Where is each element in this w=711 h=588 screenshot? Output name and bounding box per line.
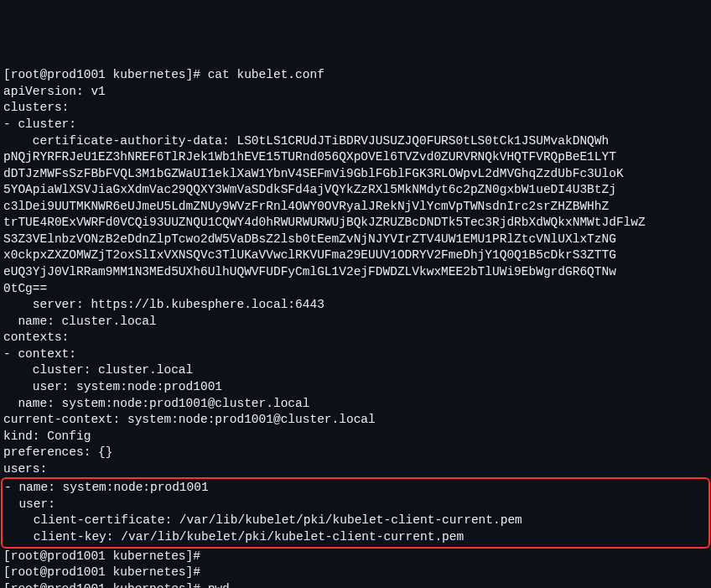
- prompt-empty: [root@prod1001 kubernetes]#: [3, 549, 200, 563]
- yaml-apiversion: apiVersion: v1: [3, 85, 106, 98]
- prompt-command-cat: [root@prod1001 kubernetes]# cat kubelet.…: [3, 68, 324, 81]
- yaml-cluster-item: - cluster:: [3, 117, 76, 131]
- yaml-kind: kind: Config: [3, 429, 91, 443]
- yaml-context-item: - context:: [3, 347, 76, 361]
- yaml-ca-data-cont: S3Z3VElnbzVONzB2eDdnZlpTcwo2dW5VaDBsZ2ls…: [3, 232, 616, 246]
- yaml-clusters-key: clusters:: [3, 101, 69, 114]
- yaml-preferences: preferences: {}: [3, 445, 113, 459]
- yaml-context-cluster: cluster: cluster.local: [3, 363, 193, 377]
- yaml-ca-data-cont: c3lDei9UUTMKNWR6eUJmeU5LdmZNUy9WVzFrRnl4…: [3, 200, 609, 213]
- yaml-cluster-name: name: cluster.local: [3, 315, 157, 328]
- yaml-ca-data: certificate-authority-data: LS0tLS1CRUdJ…: [3, 134, 609, 148]
- prompt-empty: [root@prod1001 kubernetes]#: [3, 565, 200, 579]
- prompt-command-pwd: [root@prod1001 kubernetes]# pwd: [3, 582, 230, 588]
- yaml-user-name: - name: system:node:prod1001: [4, 481, 209, 494]
- terminal-output[interactable]: [root@prod1001 kubernetes]# cat kubelet.…: [0, 65, 711, 588]
- yaml-client-key: client-key: /var/lib/kubelet/pki/kubelet…: [4, 530, 464, 544]
- yaml-ca-data-cont: pNQjRYRFRJeU1EZ3hNREF6TlRJek1Wb1hEVE15TU…: [3, 150, 616, 164]
- yaml-users-key: users:: [3, 462, 47, 476]
- highlighted-user-section: - name: system:node:prod1001 user: clien…: [1, 477, 710, 548]
- yaml-ca-data-end: 0tCg==: [3, 282, 47, 295]
- yaml-context-user: user: system:node:prod1001: [3, 380, 222, 393]
- yaml-ca-data-cont: eUQ3YjJ0VlRRam9MM1N3MEd5UXh6UlhUQWVFUDFy…: [3, 265, 616, 278]
- yaml-context-name: name: system:node:prod1001@cluster.local: [3, 397, 309, 410]
- yaml-server: server: https://lb.kubesphere.local:6443: [3, 298, 324, 311]
- yaml-current-context: current-context: system:node:prod1001@cl…: [3, 413, 376, 426]
- yaml-ca-data-cont: x0ckpxZXZOMWZjT2oxSlIxVXNSQVc3TlUKaVVwcl…: [3, 248, 616, 262]
- yaml-ca-data-cont: trTUE4R0ExVWRFd0VCQi93UUZNQU1CQWY4d0hRWU…: [3, 216, 646, 229]
- yaml-user-key: user:: [4, 497, 55, 511]
- yaml-ca-data-cont: dDTJzMWFsSzFBbFVQL3M1bGZWaUI1eklXaW1YbnV…: [3, 167, 624, 180]
- yaml-contexts-key: contexts:: [3, 330, 69, 344]
- yaml-ca-data-cont: 5YOApiaWlXSVJiaGxXdmVac29QQXY3WmVaSDdkSF…: [3, 183, 616, 196]
- yaml-client-certificate: client-certificate: /var/lib/kubelet/pki…: [4, 513, 522, 527]
